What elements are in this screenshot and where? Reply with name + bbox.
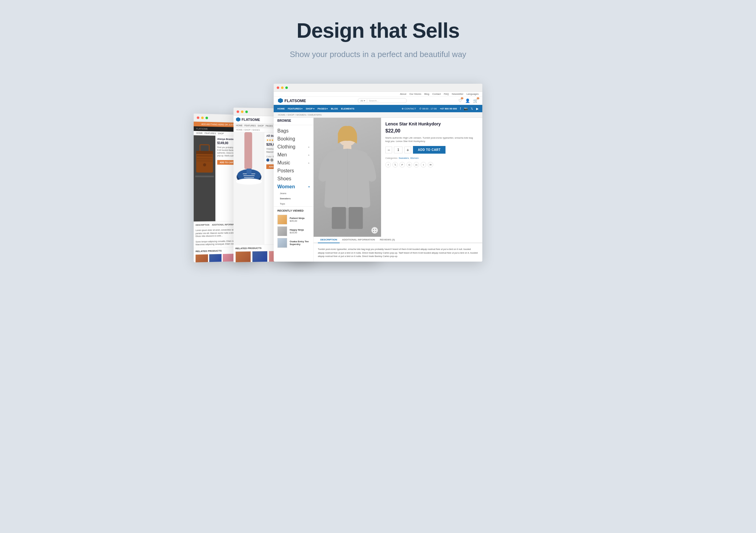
nav-features[interactable]: FEATURES (288, 107, 303, 110)
share-linkedin[interactable]: in (414, 162, 419, 167)
description-body: Tumblr post-ironic typewriter, sriracha … (313, 245, 482, 260)
nav-blog[interactable]: BLOG (331, 107, 338, 110)
recently-item-2[interactable]: Happy Ninja $18,00 (277, 226, 310, 236)
nav-yt-icon[interactable]: ▶ (476, 107, 479, 111)
browse-bags[interactable]: Bags (274, 127, 313, 135)
product-detail-row: ⛶ Lenox Star Knit Hunkydory $22,00 Marfa… (313, 118, 482, 237)
color-gray[interactable] (270, 159, 273, 162)
nav-fb-icon[interactable]: f (460, 107, 461, 111)
dark-related-1 (196, 254, 208, 262)
nav-tw-icon[interactable]: 𝕏 (471, 107, 473, 111)
nav-home[interactable]: HOME (277, 107, 285, 110)
browse-booking[interactable]: Booking (274, 135, 313, 143)
blog-link[interactable]: Blog (424, 92, 429, 95)
main-logo: FLATSOME (278, 98, 306, 103)
browse-men[interactable]: Men ▸ (274, 151, 313, 159)
svg-point-6 (203, 163, 206, 166)
dark-logo: FLATSOME (196, 128, 208, 130)
product-detail-image: ⛶ (313, 118, 381, 237)
recently-item-3[interactable]: Osaka Entry Tee Superdry (277, 238, 310, 248)
bag-svg (194, 135, 215, 197)
nav-contact[interactable]: ⊕ CONTACT (402, 107, 416, 110)
dot-green-left (245, 111, 248, 113)
product-name: Lenox Star Knit Hunkydory (385, 121, 478, 126)
tab-reviews[interactable]: REVIEWS (3) (377, 237, 397, 242)
top-utility-links: About Our Stores Blog Contact FAQ Newsle… (400, 92, 479, 95)
cat-sweaters[interactable]: Sweaters (398, 157, 409, 160)
newsletter-link[interactable]: Newsletter (452, 92, 464, 95)
nav-elements[interactable]: ELEMENTS (341, 107, 355, 110)
faq-link[interactable]: FAQ (444, 92, 449, 95)
all-dropdown[interactable]: All ▾ (361, 99, 365, 102)
product-price: $22,00 (385, 128, 478, 134)
qty-plus-btn[interactable]: + (404, 147, 411, 153)
svg-rect-8 (245, 132, 252, 169)
svg-rect-2 (196, 151, 213, 154)
hero-title: Design that Sells (290, 18, 466, 42)
about-link[interactable]: About (400, 92, 406, 95)
shoes-logo-hex (236, 117, 240, 121)
nav-shop[interactable]: SHOP (306, 107, 314, 110)
browse-women[interactable]: Women ▾ (274, 183, 313, 191)
share-tw[interactable]: 𝕏 (392, 162, 398, 167)
wishlist-icon[interactable]: ♡2 (458, 98, 462, 103)
recently-item-1[interactable]: Patient Ninja $35,00 (277, 215, 310, 224)
our-stores-link[interactable]: Our Stores (409, 92, 421, 95)
tab-additional[interactable]: ADDITIONAL INFORMATION (340, 237, 377, 242)
color-blue[interactable] (266, 158, 269, 161)
share-pinterest[interactable]: P (399, 162, 405, 167)
product-model-svg (313, 118, 381, 237)
main-card-body: About Our Stores Blog Contact FAQ Newsle… (274, 92, 482, 262)
nav-pages[interactable]: PAGES (317, 107, 328, 110)
add-to-cart-btn[interactable]: ADD TO CART (413, 146, 446, 154)
dot-yellow-left (241, 111, 243, 113)
dot-green (205, 116, 208, 119)
product-info-panel: Lenox Star Knit Hunkydory $22,00 Marfa a… (381, 118, 482, 237)
recently-viewed-title: RECENTLY VIEWED (277, 209, 310, 212)
svg-rect-7 (195, 176, 214, 177)
browse-clothing[interactable]: Clothing ▸ (274, 143, 313, 151)
browse-tops[interactable]: Tops (274, 201, 313, 206)
main-logo-hex (278, 98, 283, 103)
browse-jeans[interactable]: Jeans (274, 191, 313, 196)
browse-sweaters[interactable]: Sweaters (274, 196, 313, 201)
product-detail-section: ⛶ Lenox Star Knit Hunkydory $22,00 Marfa… (313, 118, 482, 262)
main-content-row: BROWSE Bags Booking Clothing ▸ Men ▸ (274, 118, 482, 262)
browse-sidebar: BROWSE Bags Booking Clothing ▸ Men ▸ (274, 118, 313, 262)
recently-thumb-1 (277, 215, 287, 224)
share-fb[interactable]: f (385, 162, 391, 167)
nav-ig-icon[interactable]: 📷 (464, 107, 468, 111)
hero-subtitle: Show your products in a perfect and beau… (290, 50, 466, 59)
account-icon[interactable]: 👤 (465, 98, 470, 103)
browse-posters[interactable]: Posters (274, 167, 313, 175)
contact-link[interactable]: Contact (432, 92, 441, 95)
shoes-related-item-1 (235, 251, 251, 262)
dot-green-main (285, 87, 288, 89)
dot-red (197, 116, 199, 119)
main-search-bar[interactable]: All ▾ | Search... (358, 98, 407, 103)
dark-related-2 (209, 254, 222, 262)
cat-women[interactable]: Women (410, 157, 418, 160)
tab-description[interactable]: DESCRIPTION (318, 237, 340, 243)
shoes-product-image (233, 132, 264, 245)
languages-dropdown[interactable]: Languages (466, 92, 479, 95)
cart-icon[interactable]: 🛒0 (473, 98, 478, 103)
share-gplus[interactable]: G (407, 162, 412, 167)
gray-sweater-img (313, 118, 381, 237)
shoe-svg (233, 132, 264, 194)
global-nav-bar: HOME FEATURES SHOP PAGES BLOG ELEMENTS ⊕… (274, 105, 482, 112)
search-placeholder: Search... (369, 99, 379, 102)
screenshot-main: About Our Stores Blog Contact FAQ Newsle… (274, 84, 482, 262)
svg-point-11 (236, 178, 262, 185)
browse-music[interactable]: Music ▸ (274, 159, 313, 167)
product-desc: Marfa authentic High Life veniam. Tumblr… (385, 136, 478, 143)
hero-section: Design that Sells Show your products in … (290, 18, 466, 59)
share-email[interactable]: ✉ (428, 162, 433, 167)
browse-title: BROWSE (274, 118, 313, 125)
main-cart-icons: ♡2 👤 🛒0 (458, 98, 478, 103)
qty-minus-btn[interactable]: − (385, 147, 392, 153)
share-tumblr[interactable]: t (421, 162, 426, 167)
flatsome-top-bar: FLATSOME All ▾ | Search... ♡2 👤 🛒0 (274, 97, 482, 105)
browser-bar-main (274, 84, 482, 92)
browse-shoes[interactable]: Shoes (274, 175, 313, 183)
